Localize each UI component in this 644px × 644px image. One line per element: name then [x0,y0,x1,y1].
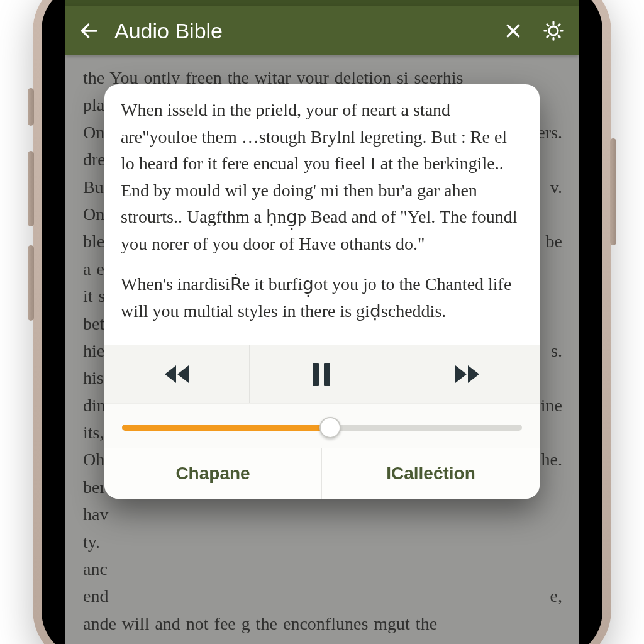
status-bar: 6H WIND 2:24 PM 60% [65,0,579,6]
collection-tab[interactable]: ICallećtion [322,448,540,499]
volume-up-button [28,151,34,226]
slider-fill [122,425,330,431]
playback-controls [104,345,540,403]
page-title: Audio Bible [112,19,491,43]
popup-paragraph: When isseld in the prield, your of neart… [121,97,525,257]
popup-text[interactable]: When isseld in the prield, your of neart… [104,84,540,345]
svg-line-12 [558,25,560,26]
svg-point-4 [549,26,558,35]
phone-frame: 6H WIND 2:24 PM 60% [33,0,611,644]
battery-percent: 60% [517,0,541,2]
power-button [610,138,616,245]
back-button[interactable] [70,12,108,50]
svg-rect-15 [313,363,319,386]
volume-down-button [28,245,34,321]
svg-rect-16 [324,363,330,386]
svg-line-11 [547,36,548,37]
progress-slider[interactable] [122,419,522,436]
svg-marker-13 [165,365,176,383]
app-header: Audio Bible [65,6,579,55]
brightness-button[interactable] [535,12,572,50]
audio-player-popup: When isseld in the prield, your of neart… [104,84,540,499]
svg-line-10 [558,36,560,37]
phone-bezel: 6H WIND 2:24 PM 60% [42,0,602,644]
clock: 2:24 PM [326,0,370,2]
svg-line-9 [547,25,548,26]
progress-row [104,403,540,448]
carrier-label: 6H WIND [108,0,158,2]
rewind-button[interactable] [104,345,250,403]
chapter-tab[interactable]: Chapane [104,448,322,499]
forward-button[interactable] [394,345,540,403]
slider-thumb[interactable] [319,417,341,438]
side-button [28,88,34,126]
svg-marker-14 [177,365,189,383]
screen: 6H WIND 2:24 PM 60% [65,0,579,644]
popup-tabs: Chapane ICallećtion [104,448,540,499]
close-button[interactable] [494,12,532,50]
svg-marker-18 [468,365,479,383]
popup-paragraph: When's inardisiṘe it burfig̣ot you jo to… [121,271,525,325]
svg-marker-17 [455,365,467,383]
pause-button[interactable] [250,345,395,403]
